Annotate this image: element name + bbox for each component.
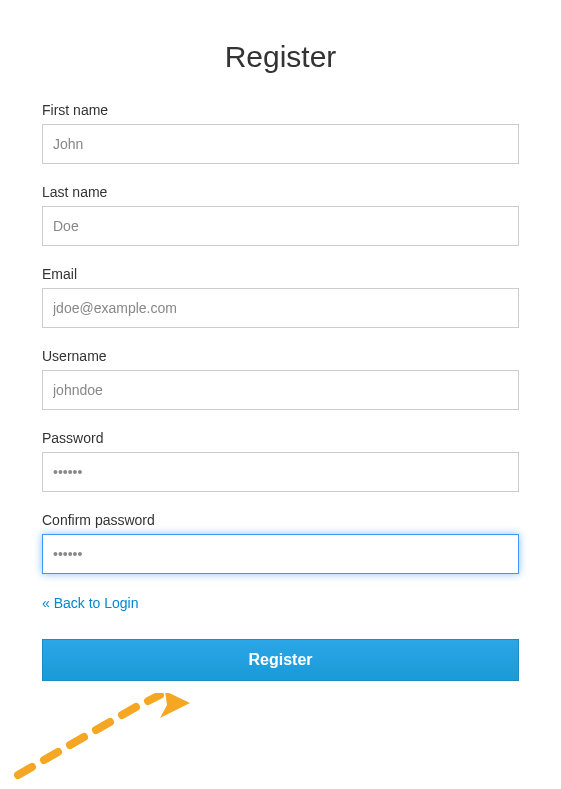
first-name-input[interactable] xyxy=(42,124,519,164)
username-group: Username xyxy=(42,348,519,410)
svg-marker-6 xyxy=(160,693,190,718)
username-label: Username xyxy=(42,348,519,364)
last-name-label: Last name xyxy=(42,184,519,200)
last-name-input[interactable] xyxy=(42,206,519,246)
page-title: Register xyxy=(42,40,519,74)
password-input[interactable] xyxy=(42,452,519,492)
svg-line-2 xyxy=(70,737,84,745)
password-label: Password xyxy=(42,430,519,446)
svg-line-3 xyxy=(96,722,110,730)
last-name-group: Last name xyxy=(42,184,519,246)
email-group: Email xyxy=(42,266,519,328)
confirm-password-label: Confirm password xyxy=(42,512,519,528)
first-name-group: First name xyxy=(42,102,519,164)
username-input[interactable] xyxy=(42,370,519,410)
email-label: Email xyxy=(42,266,519,282)
confirm-password-input[interactable] xyxy=(42,534,519,574)
first-name-label: First name xyxy=(42,102,519,118)
register-button[interactable]: Register xyxy=(42,639,519,681)
arrow-annotation-icon xyxy=(10,693,195,783)
confirm-password-group: Confirm password xyxy=(42,512,519,574)
email-input[interactable] xyxy=(42,288,519,328)
svg-line-1 xyxy=(44,752,58,760)
back-to-login-link[interactable]: « Back to Login xyxy=(42,595,139,611)
svg-line-5 xyxy=(148,695,160,701)
register-form-container: Register First name Last name Email User… xyxy=(0,0,561,681)
svg-line-4 xyxy=(122,707,136,715)
svg-line-0 xyxy=(18,767,32,775)
password-group: Password xyxy=(42,430,519,492)
